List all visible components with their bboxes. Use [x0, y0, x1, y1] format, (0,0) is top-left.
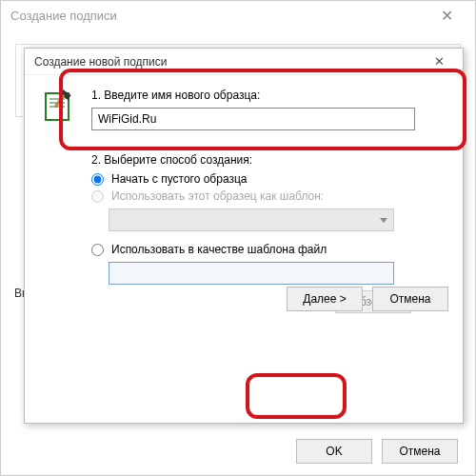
- wizard-close-icon[interactable]: ✕: [425, 51, 453, 72]
- option-blank-row[interactable]: Начать с пустого образца: [91, 172, 448, 186]
- signature-name-input[interactable]: [91, 108, 415, 130]
- option-file-radio[interactable]: [91, 244, 104, 256]
- step1-label: 1. Введите имя нового образца:: [91, 89, 448, 102]
- hammer-paper-icon: [42, 89, 76, 124]
- wizard-title-text: Создание новой подписи: [34, 55, 168, 69]
- wizard-button-row: Далее > Отмена: [287, 287, 448, 311]
- file-path-input[interactable]: [109, 262, 394, 285]
- parent-titlebar: Создание подписи ✕: [1, 1, 475, 30]
- wizard-content: 1. Введите имя нового образца: 2. Выбери…: [91, 89, 448, 313]
- option-blank-label: Начать с пустого образца: [111, 172, 247, 186]
- parent-button-row: OK Отмена: [296, 439, 458, 464]
- option-existing-label: Использовать этот образец как шаблон:: [111, 189, 324, 203]
- wizard-titlebar: Создание новой подписи ✕: [25, 49, 463, 75]
- template-combo: [109, 208, 394, 231]
- parent-title-text: Создание подписи: [10, 9, 117, 23]
- parent-cancel-button[interactable]: Отмена: [382, 439, 458, 464]
- step2-label: 2. Выберите способ создания:: [91, 153, 448, 167]
- parent-close-icon[interactable]: ✕: [427, 2, 466, 29]
- parent-ok-button[interactable]: OK: [296, 439, 372, 464]
- option-existing-row: Использовать этот образец как шаблон:: [91, 189, 448, 203]
- option-file-row[interactable]: Использовать в качестве шаблона файл: [91, 243, 448, 256]
- wizard-body: 1. Введите имя нового образца: 2. Выбери…: [25, 75, 463, 323]
- wizard-cancel-button[interactable]: Отмена: [372, 287, 448, 311]
- option-blank-radio[interactable]: [91, 173, 104, 186]
- option-existing-radio: [91, 190, 104, 203]
- next-button[interactable]: Далее >: [287, 287, 363, 311]
- option-file-label: Использовать в качестве шаблона файл: [111, 243, 327, 256]
- wizard-dialog: Создание новой подписи ✕ 1. Введите имя …: [24, 48, 464, 424]
